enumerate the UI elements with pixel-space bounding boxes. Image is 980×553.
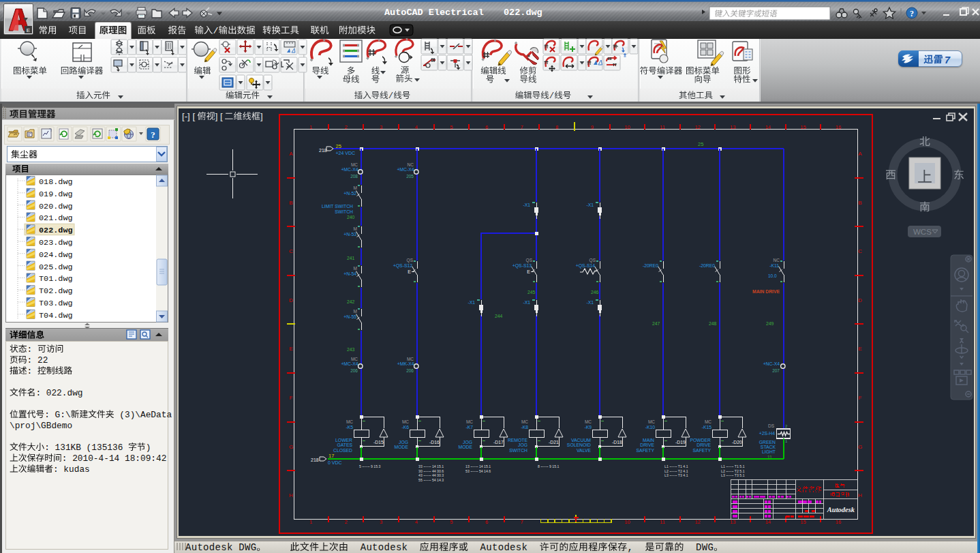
svg-text:248: 248 — [709, 321, 717, 326]
svg-text:6: 6 — [485, 519, 488, 525]
svg-text:(3)\AeData: (3)\AeData — [114, 410, 172, 420]
svg-text:249: 249 — [766, 321, 774, 326]
svg-text:+MC-X4: +MC-X4 — [341, 167, 358, 172]
svg-text:+N-55: +N-55 — [343, 314, 356, 319]
svg-text:-X1: -X1 — [523, 203, 530, 207]
svg-text:G: G — [858, 444, 862, 450]
svg-text:10.0: 10.0 — [768, 273, 777, 278]
svg-text::: : — [27, 344, 37, 355]
svg-text:023.dwg: 023.dwg — [39, 238, 73, 248]
svg-text:MC: MC — [351, 357, 358, 361]
svg-text:Autodesk: Autodesk — [827, 506, 855, 513]
svg-text:025.dwg: 025.dwg — [39, 263, 73, 272]
svg-text:0 VDC: 0 VDC — [328, 460, 342, 465]
svg-text:16: 16 — [836, 519, 841, 525]
svg-text:14: 14 — [765, 519, 771, 525]
svg-text:Autodesk: Autodesk — [468, 542, 539, 553]
svg-text:020.dwg: 020.dwg — [39, 202, 73, 211]
svg-text:B: B — [858, 200, 861, 206]
svg-text:-K15: -K15 — [702, 425, 712, 430]
svg-text:+MC-X4: +MC-X4 — [341, 361, 358, 366]
svg-text:REMOTE: REMOTE — [508, 438, 528, 443]
svg-text:-D16: -D16 — [429, 440, 440, 445]
svg-text:2: 2 — [785, 424, 788, 428]
svg-text:9: 9 — [591, 124, 594, 130]
svg-text:MAIN DRIVE: MAIN DRIVE — [752, 289, 780, 294]
svg-text:1: 1 — [309, 124, 312, 130]
svg-text:M: M — [354, 266, 357, 271]
svg-text:-K9: -K9 — [584, 425, 592, 430]
svg-text:7: 7 — [521, 519, 523, 525]
svg-text:F: F — [290, 395, 293, 401]
svg-text:018.dwg: 018.dwg — [39, 177, 73, 187]
svg-text:T03.dwg: T03.dwg — [39, 299, 73, 308]
svg-text:DS: DS — [768, 423, 775, 428]
svg-text:NC: NC — [774, 258, 780, 263]
svg-text:13 ~—~ 14 15.1: 13 ~—~ 14 15.1 — [465, 464, 491, 468]
svg-text:: G:\: : G:\ — [44, 410, 70, 420]
svg-text:F: F — [859, 395, 862, 401]
svg-text:LIGHT: LIGHT — [762, 449, 776, 454]
svg-text:243: 243 — [347, 347, 355, 352]
svg-text:+2S-H4: +2S-H4 — [759, 431, 775, 436]
svg-text:): ) — [146, 443, 151, 453]
svg-text:247: 247 — [652, 321, 660, 326]
svg-text:-D15: -D15 — [373, 440, 384, 445]
svg-text:+N-54: +N-54 — [343, 271, 356, 276]
svg-text:12: 12 — [694, 124, 700, 130]
svg-text:VACUUM: VACUUM — [571, 438, 591, 443]
svg-text:VALVE: VALVE — [577, 448, 591, 453]
svg-text:218: 218 — [311, 458, 319, 462]
svg-text:POWDER: POWDER — [690, 438, 711, 443]
svg-text:MC: MC — [521, 419, 528, 424]
svg-text:8: 8 — [555, 124, 558, 130]
svg-text:L2 ~—~ T2 4.1: L2 ~—~ T2 4.1 — [664, 469, 688, 473]
svg-text:?: ? — [910, 9, 914, 18]
svg-text:Autodesk DWG: Autodesk DWG — [185, 542, 256, 553]
svg-text:T02.dwg: T02.dwg — [39, 286, 73, 296]
svg-text:+QS-S12: +QS-S12 — [393, 263, 412, 269]
svg-text:5 ~—~ 9 15.3: 5 ~—~ 9 15.3 — [359, 464, 381, 468]
svg-text:+24 VDC: +24 VDC — [336, 151, 356, 155]
svg-text:E: E — [408, 269, 411, 274]
svg-text:\proj\GBdemo: \proj\GBdemo — [10, 421, 72, 431]
svg-text:LIMIT SWITCH: LIMIT SWITCH — [322, 204, 353, 209]
svg-text:-K11: -K11 — [769, 263, 779, 268]
svg-text:NC: NC — [408, 162, 414, 167]
svg-text:]: ] — [260, 111, 263, 121]
svg-text:A: A — [858, 151, 862, 157]
svg-text:: 131KB (135136: : 131KB (135136 — [44, 443, 128, 453]
svg-text:218: 218 — [319, 148, 327, 153]
svg-text:: 2010-4-14 18:09:42: : 2010-4-14 18:09:42 — [62, 453, 167, 464]
svg-text:DRIVE: DRIVE — [696, 443, 711, 447]
svg-text:33 ~—~ 14 15.1: 33 ~—~ 14 15.1 — [418, 464, 444, 468]
svg-text:+N-53: +N-53 — [343, 232, 356, 237]
svg-text:MC: MC — [407, 357, 414, 361]
svg-text:QS: QS — [407, 258, 414, 263]
svg-text:H: H — [858, 492, 862, 498]
svg-text:-20RE0: -20RE0 — [699, 263, 715, 268]
svg-text:-X1: -X1 — [586, 203, 594, 207]
svg-text:MC: MC — [705, 419, 711, 424]
svg-text:021.dwg: 021.dwg — [39, 213, 73, 223]
svg-text:E: E — [858, 346, 861, 352]
svg-text:/: / — [213, 26, 218, 36]
svg-text:-D21: -D21 — [549, 440, 559, 445]
svg-text:H: H — [289, 492, 293, 498]
svg-text:17: 17 — [328, 453, 334, 459]
svg-text:STACK: STACK — [761, 445, 776, 449]
svg-text:L3 ~—~ T3 4.1: L3 ~—~ T3 4.1 — [664, 473, 688, 477]
svg-text:2: 2 — [345, 124, 348, 130]
svg-text:-X1: -X1 — [523, 300, 530, 305]
svg-text:241: 241 — [347, 256, 355, 260]
svg-text:QS: QS — [526, 258, 533, 263]
svg-text:L1 ~—~ T1 4.1: L1 ~—~ T1 4.1 — [664, 464, 688, 468]
svg-text:[-] [: [-] [ — [182, 111, 195, 121]
svg-text:D: D — [289, 297, 293, 303]
svg-text:E: E — [289, 346, 292, 352]
svg-text:16: 16 — [836, 124, 841, 130]
svg-text:G: G — [289, 444, 293, 450]
svg-text:SWITCH: SWITCH — [509, 448, 527, 453]
svg-text:240: 240 — [347, 215, 355, 220]
svg-text:1: 1 — [785, 439, 788, 443]
